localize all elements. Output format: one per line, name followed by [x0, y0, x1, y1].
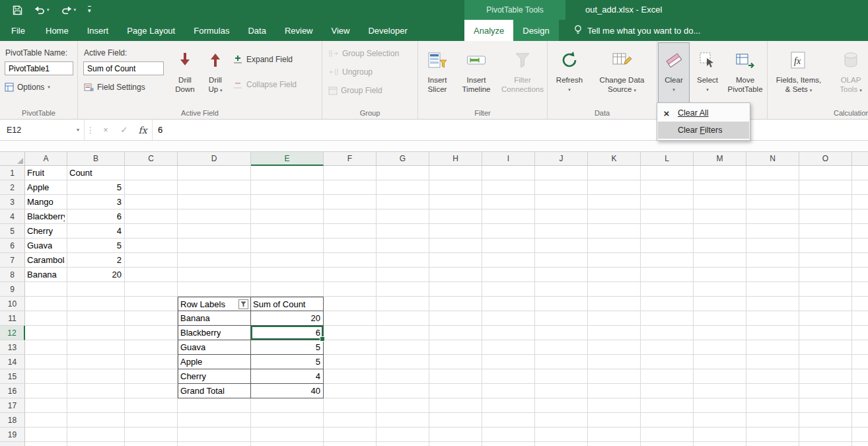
clear-button[interactable]: Clear ▾: [659, 43, 689, 104]
column-header-J[interactable]: J: [535, 152, 588, 166]
cell-H12[interactable]: [429, 326, 482, 340]
cell-F8[interactable]: [324, 268, 377, 282]
cell-I9[interactable]: [482, 282, 535, 297]
cell-G19[interactable]: [377, 427, 429, 442]
cell-G5[interactable]: [377, 224, 429, 239]
cell-C4[interactable]: [125, 209, 178, 224]
cell-F11[interactable]: [324, 311, 377, 326]
cell-K14[interactable]: [588, 355, 641, 369]
customize-qat-button[interactable]: ▾: [82, 0, 97, 20]
cell-H14[interactable]: [429, 355, 482, 369]
cell-O11[interactable]: [799, 311, 852, 326]
cell-C18[interactable]: [125, 413, 178, 427]
cell-N9[interactable]: [746, 282, 799, 297]
cell-M14[interactable]: [694, 355, 746, 369]
cell-O9[interactable]: [799, 282, 852, 297]
cell-H7[interactable]: [429, 253, 482, 268]
cell-H17[interactable]: [429, 398, 482, 413]
row-header-7[interactable]: 7: [0, 253, 25, 268]
cell-C13[interactable]: [125, 340, 178, 355]
cell-O13[interactable]: [799, 340, 852, 355]
row-header-13[interactable]: 13: [0, 340, 25, 355]
redo-button[interactable]: ▾: [55, 0, 83, 20]
cell-A18[interactable]: [25, 413, 67, 427]
cell-K4[interactable]: [588, 209, 641, 224]
cell-O17[interactable]: [799, 398, 852, 413]
cell-O6[interactable]: [799, 239, 852, 253]
cell-E12[interactable]: 6: [251, 326, 324, 340]
cell-J13[interactable]: [535, 340, 588, 355]
cell-G1[interactable]: [377, 166, 429, 180]
cell-O2[interactable]: [799, 180, 852, 195]
cell-H20[interactable]: [429, 442, 482, 446]
move-pivottable-button[interactable]: Move PivotTable: [725, 43, 766, 104]
cell-H16[interactable]: [429, 384, 482, 398]
filter-dropdown-button[interactable]: [238, 299, 248, 309]
cell-H6[interactable]: [429, 239, 482, 253]
cell-C16[interactable]: [125, 384, 178, 398]
cell-C14[interactable]: [125, 355, 178, 369]
cell-G14[interactable]: [377, 355, 429, 369]
cell-C8[interactable]: [125, 268, 178, 282]
cell-L3[interactable]: [641, 195, 694, 209]
cell-E1[interactable]: [251, 166, 324, 180]
cell-E16[interactable]: 40: [251, 384, 324, 398]
cell-E11[interactable]: 20: [251, 311, 324, 326]
cell-H19[interactable]: [429, 427, 482, 442]
cell-C7[interactable]: [125, 253, 178, 268]
column-header-N[interactable]: N: [746, 152, 799, 166]
insert-function-button[interactable]: fx: [133, 120, 152, 140]
cell-J10[interactable]: [535, 297, 588, 311]
column-header-L[interactable]: L: [641, 152, 694, 166]
group-selection-button[interactable]: Group Selection: [326, 46, 401, 61]
cell-J1[interactable]: [535, 166, 588, 180]
filter-connections-button[interactable]: Filter Connections: [499, 43, 546, 104]
cell-C3[interactable]: [125, 195, 178, 209]
cell-B1[interactable]: Count: [67, 166, 125, 180]
cell-L7[interactable]: [641, 253, 694, 268]
cell-H13[interactable]: [429, 340, 482, 355]
cell-B5[interactable]: 4: [67, 224, 125, 239]
cell-O19[interactable]: [799, 427, 852, 442]
cell-A13[interactable]: [25, 340, 67, 355]
cell-M5[interactable]: [694, 224, 746, 239]
cell-H1[interactable]: [429, 166, 482, 180]
cell-F9[interactable]: [324, 282, 377, 297]
cell-E20[interactable]: [251, 442, 324, 446]
tab-view[interactable]: View: [322, 20, 359, 41]
cell-G12[interactable]: [377, 326, 429, 340]
cell-L2[interactable]: [641, 180, 694, 195]
cell-E10[interactable]: Sum of Count: [251, 297, 324, 311]
row-header-18[interactable]: 18: [0, 413, 25, 427]
cell-L10[interactable]: [641, 297, 694, 311]
pivottable-name-input[interactable]: [5, 61, 73, 75]
cell-G8[interactable]: [377, 268, 429, 282]
row-header-6[interactable]: 6: [0, 239, 25, 253]
cell-O1[interactable]: [799, 166, 852, 180]
cell-N16[interactable]: [746, 384, 799, 398]
row-header-8[interactable]: 8: [0, 268, 25, 282]
cell-L11[interactable]: [641, 311, 694, 326]
cell-K1[interactable]: [588, 166, 641, 180]
cell-D10[interactable]: Row Labels: [178, 297, 251, 311]
cell-C11[interactable]: [125, 311, 178, 326]
cell-A4[interactable]: Blackberry: [25, 209, 67, 224]
cell-K18[interactable]: [588, 413, 641, 427]
cell-N3[interactable]: [746, 195, 799, 209]
cell-F10[interactable]: [324, 297, 377, 311]
cell-E2[interactable]: [251, 180, 324, 195]
cell-I5[interactable]: [482, 224, 535, 239]
cell-C20[interactable]: [125, 442, 178, 446]
cell-M15[interactable]: [694, 369, 746, 384]
cell-F3[interactable]: [324, 195, 377, 209]
cell-O4[interactable]: [799, 209, 852, 224]
cell-C6[interactable]: [125, 239, 178, 253]
row-header-12[interactable]: 12: [0, 326, 25, 340]
group-field-button[interactable]: Group Field: [326, 83, 384, 98]
cell-M9[interactable]: [694, 282, 746, 297]
cell-C19[interactable]: [125, 427, 178, 442]
row-header-1[interactable]: 1: [0, 166, 25, 180]
cell-N13[interactable]: [746, 340, 799, 355]
cell-N19[interactable]: [746, 427, 799, 442]
column-header-K[interactable]: K: [588, 152, 641, 166]
